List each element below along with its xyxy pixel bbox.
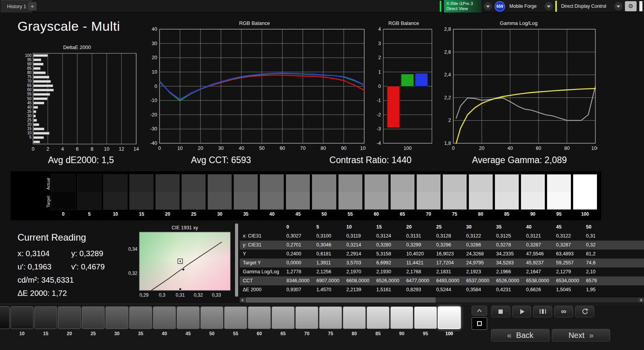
svg-text:2: 2 [46,146,49,152]
svg-text:12: 12 [119,146,124,152]
next-button[interactable]: Next » [552,329,610,341]
infinity-icon: ∞ [561,307,567,316]
strip-level-label: 80 [469,211,493,217]
svg-text:2,6: 2,6 [444,49,451,55]
play-button[interactable] [512,306,531,317]
grayscale-patch-20 [155,174,180,210]
display-status-accent [555,1,557,12]
single-measure-button[interactable] [533,306,552,317]
svg-text:6: 6 [76,146,79,152]
pattern-level-button-55[interactable]: 55 [224,306,247,336]
table-horizontal-scrollbar[interactable] [240,297,644,303]
pattern-level-button-90[interactable]: 90 [390,306,413,336]
pattern-level-button-95[interactable]: 95 [414,306,437,336]
continuous-loop-button[interactable]: ∞ [554,306,573,317]
meter-select[interactable]: X-Rite i1Pro 3 Direct View [444,0,481,12]
reset-button[interactable] [575,306,594,317]
svg-text:100: 100 [25,53,32,58]
table-cell: 1,2778 [283,267,313,276]
pattern-level-label: 10 [11,331,33,336]
pattern-level-button-50[interactable]: 50 [200,306,223,336]
strip-level-label: 40 [260,211,284,217]
scroll-left-arrow[interactable] [240,297,245,303]
table-col-header: 15 [373,223,403,232]
grayscale-patch-0 [51,174,75,210]
pattern-level-button-70[interactable]: 70 [295,306,318,336]
strip-level-label: 90 [521,211,545,217]
reading-luminance: cd/m²: 345,6331 [18,276,136,285]
table-col-header: 5 [313,223,343,232]
svg-text:80: 80 [321,146,326,151]
pattern-level-label: 30 [105,331,128,336]
svg-text:2,2: 2,2 [444,95,451,100]
table-cell: 0,3280 [373,241,403,250]
pattern-level-button-60[interactable]: 60 [248,306,271,336]
pattern-level-button-100[interactable]: 100 [438,306,461,336]
rgb-balance-bar-title: RGB Balance [372,20,436,27]
pattern-level-button-65[interactable]: 65 [272,306,295,336]
settings-button[interactable]: ⚙ [625,1,637,11]
pattern-level-button-10[interactable]: 10 [11,306,33,336]
table-cell: 1,5161 [373,285,403,294]
pattern-level-button-30[interactable]: 30 [105,306,128,336]
grayscale-patch-45 [286,174,310,210]
table-cell: 2,1647 [523,267,553,276]
chevron-up-icon [476,308,483,313]
pattern-window-button[interactable] [472,317,487,330]
chevron-down-icon[interactable] [614,2,622,10]
pattern-level-label: 35 [129,331,152,336]
table-cell: 0,8293 [403,285,433,294]
meter-name: X-Rite i1Pro 3 [446,1,477,6]
pattern-swatch [367,306,390,329]
table-cell: 2,1966 [493,267,523,276]
pattern-swatch [272,306,295,329]
svg-text:3: 3 [378,41,381,46]
svg-text:85: 85 [27,66,32,70]
pattern-bar: 5101520253035404550556065707580859095100… [0,304,644,350]
pattern-level-button-5[interactable]: 5 [0,306,10,336]
pattern-level-button-45[interactable]: 45 [177,306,200,336]
pattern-scroll-up-button[interactable] [472,306,487,316]
pattern-level-button-40[interactable]: 40 [153,306,176,336]
display-control-select[interactable]: Direct Display Control [560,4,612,9]
scroll-thumb[interactable] [246,297,435,303]
pattern-swatch [105,306,128,329]
pattern-level-button-80[interactable]: 80 [343,306,366,336]
table-cell: 0,0000 [283,259,313,267]
pattern-level-button-15[interactable]: 15 [34,306,57,336]
avg-cct-stat: Avg CCT: 6593 [143,155,299,165]
pattern-level-button-75[interactable]: 75 [319,306,342,336]
pattern-level-button-20[interactable]: 20 [58,306,81,336]
strip-level-label: 15 [129,211,154,217]
table-cell: 0,6181 [313,250,343,259]
add-tab-button[interactable]: + [28,2,37,11]
pattern-level-label: 55 [224,331,247,336]
chevron-down-icon[interactable] [545,2,553,10]
table-cell: 11,4421 [403,259,433,267]
top-bar: History 1 + X-Rite i1Pro 3 Direct View 6… [0,0,644,12]
pattern-level-button-35[interactable]: 35 [129,306,152,336]
pattern-swatch [224,306,247,329]
back-button[interactable]: « Back [491,329,549,341]
chevron-down-icon[interactable] [484,2,492,10]
contrast-ratio-stat: Contrast Ratio: 1440 [293,155,448,165]
svg-text:40: 40 [507,146,513,151]
svg-text:1: 1 [378,69,381,75]
pattern-level-button-85[interactable]: 85 [367,306,390,336]
pattern-level-label: 15 [34,331,57,336]
target-label: Target [46,192,51,211]
svg-text:0,29: 0,29 [139,292,149,298]
table-cell: 0,3584 [463,285,493,294]
table-cell: 2,2139 [343,285,373,294]
grayscale-patch-50 [312,174,336,210]
pattern-source-select[interactable]: Mobile Forge [508,4,542,9]
table-cell: 6538,0000 [523,276,553,285]
scroll-right-arrow[interactable] [639,297,644,303]
pattern-level-button-25[interactable]: 25 [82,306,105,336]
svg-text:20: 20 [27,122,32,127]
table-vertical-scrollbar[interactable] [235,223,238,297]
svg-text:25: 25 [27,118,32,122]
pattern-level-label: 5 [0,331,10,336]
pattern-swatch [248,306,271,329]
stop-button[interactable] [491,306,510,317]
